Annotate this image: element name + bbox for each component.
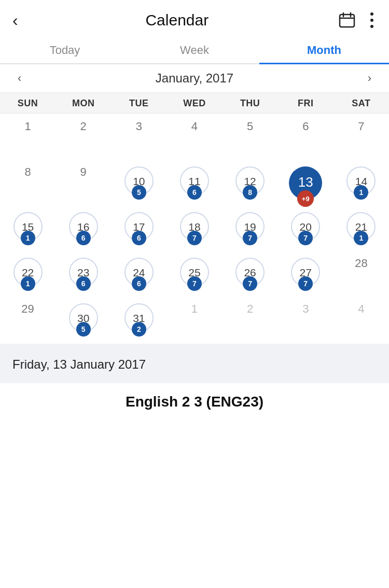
prev-month-button[interactable]: ‹ [12,69,26,87]
day-header-fri: FRI [278,98,334,109]
week-row-1: 1 2 3 4 5 6 7 [0,114,389,159]
day-27[interactable]: 27 7 [278,253,334,294]
tab-week[interactable]: Week [130,36,259,63]
day-30[interactable]: 30 5 [55,298,111,340]
tab-today[interactable]: Today [0,36,130,63]
day-18[interactable]: 18 7 [166,207,222,248]
calendar-icon-button[interactable] [336,9,358,31]
day-31[interactable]: 31 2 [111,298,166,340]
day-26[interactable]: 26 7 [223,253,278,294]
week-row-3: 15 1 16 6 17 6 18 7 19 7 [0,205,389,250]
day-7[interactable]: 7 [334,116,389,157]
day-9[interactable]: 9 [55,161,111,203]
day-29[interactable]: 29 [0,298,55,340]
day-header-wed: WED [166,98,222,109]
week-row-4: 22 1 23 6 24 6 25 7 26 7 [0,250,389,296]
month-title: January, 2017 [156,71,233,86]
more-icon [369,11,374,29]
day-header-thu: THU [223,98,278,109]
svg-point-4 [370,12,373,16]
day-22[interactable]: 22 1 [0,253,55,294]
day-13[interactable]: 13 +9 [278,161,334,203]
day-header-sat: SAT [334,98,389,109]
day-20[interactable]: 20 7 [278,207,334,248]
week-row-2: 8 9 10 5 11 6 12 8 13 +9 [0,159,389,205]
day-3[interactable]: 3 [111,116,166,157]
selected-date-label: Friday, 13 January 2017 [12,357,146,371]
day-headers-row: SUN MON TUE WED THU FRI SAT [0,92,389,114]
day-feb-4[interactable]: 4 [334,298,389,340]
day-8[interactable]: 8 [0,161,55,203]
calendar: SUN MON TUE WED THU FRI SAT 1 2 3 4 5 6 … [0,92,389,342]
more-options-button[interactable] [367,9,377,31]
day-15[interactable]: 15 1 [0,207,55,248]
day-2[interactable]: 2 [55,116,111,157]
calendar-icon [338,11,356,29]
day-14[interactable]: 14 1 [334,161,389,203]
day-12[interactable]: 12 8 [223,161,278,203]
day-19[interactable]: 19 7 [223,207,278,248]
day-1[interactable]: 1 [0,116,55,157]
tab-bar: Today Week Month [0,36,389,64]
day-5[interactable]: 5 [223,116,278,157]
day-23[interactable]: 23 6 [55,253,111,294]
day-25[interactable]: 25 7 [166,253,222,294]
day-10[interactable]: 10 5 [111,161,166,203]
header: ‹ Calendar [0,0,389,36]
day-header-tue: TUE [111,98,166,109]
month-navigation: ‹ January, 2017 › [0,64,389,92]
week-row-5: 29 30 5 31 2 1 2 3 4 [0,296,389,342]
day-17[interactable]: 17 6 [111,207,166,248]
day-4[interactable]: 4 [166,116,222,157]
svg-point-5 [370,19,373,22]
day-header-sun: SUN [0,98,55,109]
day-6[interactable]: 6 [278,116,334,157]
svg-point-6 [370,25,373,28]
day-28[interactable]: 28 [334,253,389,294]
day-header-mon: MON [55,98,111,109]
footer-label-text: English 2 3 (ENG23) [126,394,263,410]
day-16[interactable]: 16 6 [55,207,111,248]
day-21[interactable]: 21 1 [334,207,389,248]
next-month-button[interactable]: › [363,69,377,87]
day-11[interactable]: 11 6 [166,161,222,203]
selected-date-bar: Friday, 13 January 2017 [0,344,389,383]
page-title: Calendar [145,11,209,29]
svg-rect-0 [340,15,354,27]
tab-month[interactable]: Month [259,36,389,63]
back-button[interactable]: ‹ [12,12,18,29]
day-feb-2[interactable]: 2 [223,298,278,340]
day-feb-1[interactable]: 1 [166,298,222,340]
day-24[interactable]: 24 6 [111,253,166,294]
footer: English 2 3 (ENG23) [0,383,389,418]
header-actions [336,9,377,31]
day-feb-3[interactable]: 3 [278,298,334,340]
